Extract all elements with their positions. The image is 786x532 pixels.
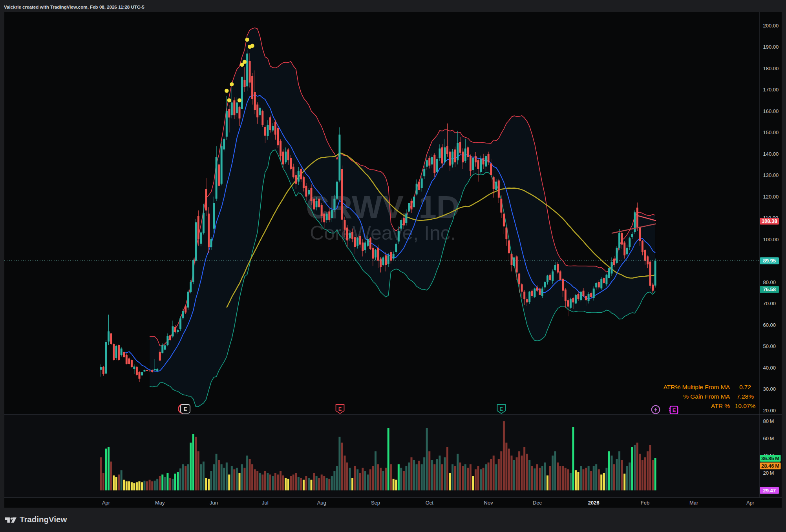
svg-text:Oct: Oct	[426, 500, 434, 506]
svg-text:29.47: 29.47	[763, 488, 776, 494]
svg-text:Apr: Apr	[102, 500, 110, 506]
svg-text:60.00: 60.00	[763, 322, 776, 328]
svg-text:190.00: 190.00	[763, 44, 779, 50]
svg-text:Feb: Feb	[641, 500, 649, 506]
svg-text:Sep: Sep	[371, 500, 380, 506]
svg-text:20.00: 20.00	[763, 408, 776, 414]
svg-text:% Gain From MA: % Gain From MA	[683, 393, 730, 400]
svg-text:30.00: 30.00	[763, 386, 776, 392]
svg-text:ATR% Multiple From MA: ATR% Multiple From MA	[664, 384, 730, 390]
svg-text:Aug: Aug	[317, 500, 326, 506]
svg-text:76.58: 76.58	[763, 286, 776, 292]
svg-text:Dec: Dec	[533, 500, 542, 506]
svg-text:36.85 M: 36.85 M	[761, 455, 779, 461]
svg-text:Apr: Apr	[746, 500, 755, 506]
svg-text:Jul: Jul	[262, 500, 269, 506]
svg-text:Jun: Jun	[210, 500, 218, 506]
svg-text:180.00: 180.00	[763, 66, 779, 71]
svg-text:7.28%: 7.28%	[737, 393, 754, 400]
svg-text:TradingView: TradingView	[20, 515, 67, 524]
svg-text:100.00: 100.00	[763, 237, 779, 242]
svg-text:200.00: 200.00	[763, 23, 779, 29]
svg-text:160.00: 160.00	[763, 108, 779, 114]
svg-text:10.07%: 10.07%	[735, 403, 756, 409]
svg-text:0.72: 0.72	[739, 384, 751, 390]
svg-text:140.00: 140.00	[763, 151, 779, 157]
svg-text:E: E	[500, 406, 503, 412]
svg-text:50.00: 50.00	[763, 343, 776, 349]
svg-text:130.00: 130.00	[763, 172, 779, 178]
svg-text:20 M: 20 M	[763, 470, 774, 476]
svg-text:E: E	[673, 407, 676, 413]
svg-text:28.46 M: 28.46 M	[761, 463, 779, 469]
svg-text:150.00: 150.00	[763, 129, 779, 135]
svg-text:May: May	[155, 500, 165, 506]
svg-text:170.00: 170.00	[763, 87, 779, 93]
svg-text:Mar: Mar	[689, 500, 698, 506]
svg-text:80.00: 80.00	[763, 279, 776, 285]
svg-text:70.00: 70.00	[763, 301, 776, 306]
svg-text:2026: 2026	[588, 500, 600, 506]
svg-text:108.38: 108.38	[762, 218, 777, 224]
svg-text:89.95: 89.95	[763, 258, 776, 264]
svg-text:Nov: Nov	[484, 500, 494, 506]
svg-text:80 M: 80 M	[763, 418, 774, 424]
svg-text:ATR %: ATR %	[711, 403, 730, 409]
svg-text:E: E	[184, 406, 187, 412]
svg-text:60 M: 60 M	[763, 435, 774, 441]
svg-text:120.00: 120.00	[763, 194, 779, 200]
svg-text:40.00: 40.00	[763, 365, 776, 371]
svg-text:E: E	[338, 406, 342, 412]
svg-text:Valckrie created with TradingV: Valckrie created with TradingView.com, F…	[4, 4, 144, 9]
